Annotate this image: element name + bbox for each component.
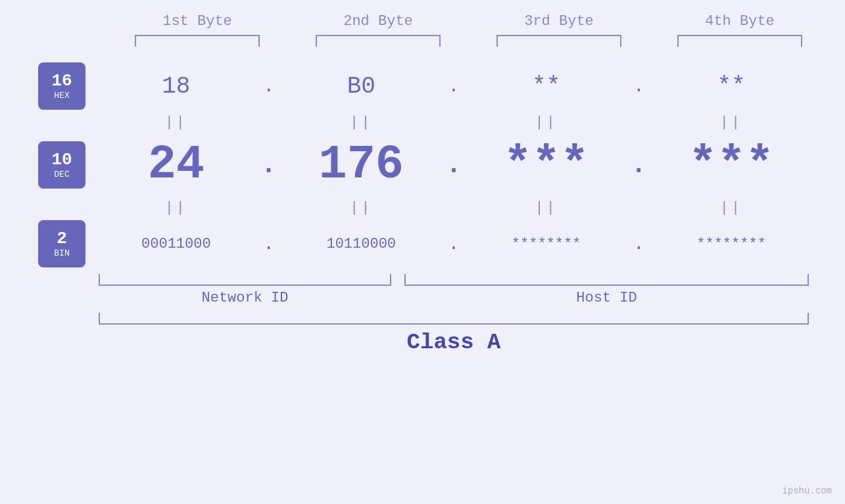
byte4-header: 4th Byte (667, 13, 812, 30)
hex-cell-4: ** (659, 73, 804, 100)
eq-2: || (289, 114, 433, 131)
dot-hex-34: . (629, 76, 648, 97)
bin-cell-3: ******** (474, 236, 619, 252)
dot-hex-23: . (444, 76, 464, 97)
eq-3: || (474, 114, 619, 131)
dot-dec-23: . (444, 150, 464, 180)
dec-badge-wrapper: 10 DEC (32, 132, 92, 198)
hex-badge-label: HEX (54, 91, 69, 101)
eq-1: || (104, 114, 249, 131)
bottom-bracket-container (92, 274, 815, 286)
hex-val-1: 18 (162, 73, 190, 100)
class-bracket (99, 313, 809, 325)
dec-badge-label: DEC (54, 170, 69, 179)
eq-4: || (659, 114, 804, 131)
hex-badge-num: 16 (51, 72, 72, 91)
bracket-2 (316, 35, 441, 47)
dec-val-1: 24 (148, 138, 205, 192)
eq-8: || (659, 200, 804, 216)
top-brackets (107, 35, 831, 47)
byte3-header: 3rd Byte (487, 13, 631, 30)
bin-cell-2: 10110000 (289, 236, 433, 252)
bin-val-2: 10110000 (326, 236, 396, 252)
hex-val-4: ** (717, 73, 745, 100)
bracket-4 (677, 35, 802, 47)
dec-val-4: *** (688, 138, 774, 192)
dec-val-2: 176 (318, 138, 404, 192)
bottom-labels: Network ID Host ID (92, 290, 815, 306)
dec-cell-1: 24 (104, 138, 249, 192)
hex-cell-3: ** (474, 73, 619, 100)
watermark: ipshu.com (782, 486, 832, 496)
bin-badge-label: BIN (54, 248, 69, 258)
bin-badge: 2 BIN (38, 220, 85, 267)
host-id-label: Host ID (404, 290, 809, 306)
bin-badge-num: 2 (57, 229, 67, 248)
dec-row: 24 . 176 . *** . *** (92, 132, 815, 198)
bin-val-3: ******** (512, 236, 581, 252)
hex-row: 18 . B0 . ** . ** (92, 60, 815, 112)
badges-col: 16 HEX 10 DEC 2 BIN (0, 60, 92, 355)
class-label: Class A (92, 330, 815, 355)
network-bracket (99, 274, 391, 286)
dot-hex-12: . (259, 76, 279, 97)
hex-val-3: ** (532, 73, 560, 100)
eq-6: || (289, 200, 433, 216)
byte1-header: 1st Byte (125, 13, 270, 30)
bin-badge-wrapper: 2 BIN (32, 218, 92, 270)
network-id-label: Network ID (99, 290, 391, 306)
bin-row: 00011000 . 10110000 . ******** . *******… (92, 218, 815, 270)
bin-cell-1: 00011000 (104, 236, 249, 252)
bracket-3 (496, 35, 621, 47)
dot-bin-34: . (629, 234, 648, 254)
dot-dec-12: . (259, 150, 279, 180)
dec-cell-3: *** (474, 138, 619, 192)
dot-bin-23: . (444, 234, 464, 254)
bin-val-1: 00011000 (141, 236, 211, 252)
byte-headers: 1st Byte 2nd Byte 3rd Byte 4th Byte (107, 13, 831, 30)
value-rows: 18 . B0 . ** . ** || || (92, 60, 815, 355)
eq-spacer-1 (32, 112, 92, 132)
eq-spacer-2 (32, 198, 92, 218)
hex-badge-wrapper: 16 HEX (32, 60, 92, 112)
dot-bin-12: . (259, 234, 279, 254)
main-container: 1st Byte 2nd Byte 3rd Byte 4th Byte 16 H… (0, 0, 845, 504)
eq-row-2: || || || || (92, 198, 815, 218)
dec-badge-num: 10 (51, 150, 72, 170)
hex-val-2: B0 (347, 73, 375, 100)
bin-val-4: ******** (696, 236, 766, 252)
dot-dec-34: . (629, 150, 648, 180)
eq-row-1: || || || || (92, 112, 815, 132)
dec-cell-2: 176 (289, 138, 433, 192)
content-area: 16 HEX 10 DEC 2 BIN (0, 60, 845, 355)
dec-cell-4: *** (659, 138, 804, 192)
bin-cell-4: ******** (659, 236, 804, 252)
hex-cell-1: 18 (104, 73, 249, 100)
host-bracket (404, 274, 809, 286)
dec-badge: 10 DEC (38, 141, 85, 189)
eq-5: || (104, 200, 249, 216)
dec-val-3: *** (504, 138, 589, 192)
byte2-header: 2nd Byte (306, 13, 450, 30)
eq-7: || (474, 200, 619, 216)
hex-cell-2: B0 (289, 73, 433, 100)
bracket-1 (135, 35, 260, 47)
hex-badge: 16 HEX (38, 62, 85, 110)
